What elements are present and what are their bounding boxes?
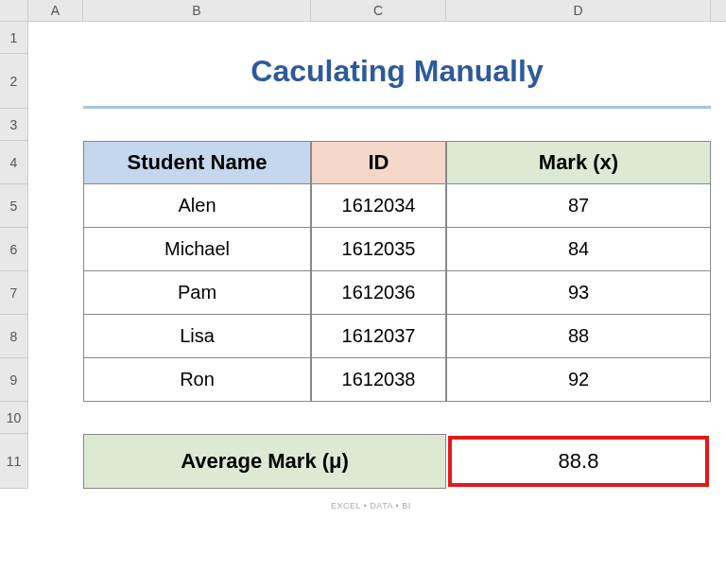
row-header-5[interactable]: 5: [0, 184, 28, 228]
cell-A3[interactable]: [28, 109, 83, 141]
row-header-11[interactable]: 11: [0, 434, 28, 489]
cell-A7[interactable]: [28, 271, 83, 315]
table-row[interactable]: 88: [446, 315, 711, 358]
table-row[interactable]: 87: [446, 184, 711, 228]
average-value: 88.8: [448, 436, 709, 487]
watermark: EXCEL • DATA • BI: [331, 501, 411, 510]
table-header-mark[interactable]: Mark (x): [446, 141, 711, 184]
page-title: Caculating Manually: [83, 54, 711, 109]
average-value-cell[interactable]: 88.8: [446, 434, 711, 489]
cell-A2[interactable]: [28, 54, 83, 109]
table-row[interactable]: Michael: [83, 228, 311, 271]
table-row[interactable]: 84: [446, 228, 711, 271]
cell-A1[interactable]: [28, 22, 83, 54]
table-row[interactable]: 1612038: [311, 358, 446, 402]
table-header-id[interactable]: ID: [311, 141, 446, 184]
row-header-8[interactable]: 8: [0, 315, 28, 358]
table-row[interactable]: 93: [446, 271, 711, 315]
cell-C10[interactable]: [311, 402, 446, 434]
cell-A9[interactable]: [28, 358, 83, 402]
average-label[interactable]: Average Mark (μ): [83, 434, 446, 489]
table-row[interactable]: Pam: [83, 271, 311, 315]
row-header-10[interactable]: 10: [0, 402, 28, 434]
cell-A4[interactable]: [28, 141, 83, 184]
cell-D3[interactable]: [446, 109, 711, 141]
table-row[interactable]: 92: [446, 358, 711, 402]
cell-D10[interactable]: [446, 402, 711, 434]
cell-A6[interactable]: [28, 228, 83, 271]
table-row[interactable]: 1612035: [311, 228, 446, 271]
cell-B10[interactable]: [83, 402, 311, 434]
cell-B1[interactable]: [83, 22, 311, 54]
table-row[interactable]: Ron: [83, 358, 311, 402]
table-row[interactable]: Lisa: [83, 315, 311, 358]
cell-A10[interactable]: [28, 402, 83, 434]
cell-A5[interactable]: [28, 184, 83, 228]
cell-A8[interactable]: [28, 315, 83, 358]
table-row[interactable]: Alen: [83, 184, 311, 228]
col-header-C[interactable]: C: [311, 0, 446, 21]
col-header-A[interactable]: A: [28, 0, 83, 21]
table-row[interactable]: 1612037: [311, 315, 446, 358]
row-header-2[interactable]: 2: [0, 54, 28, 109]
cell-B3[interactable]: [83, 109, 311, 141]
row-header-7[interactable]: 7: [0, 271, 28, 315]
row-header-6[interactable]: 6: [0, 228, 28, 271]
row-header-9[interactable]: 9: [0, 358, 28, 402]
select-all-corner[interactable]: [0, 0, 28, 21]
cell-D1[interactable]: [446, 22, 711, 54]
col-header-D[interactable]: D: [446, 0, 711, 21]
column-headers: A B C D: [0, 0, 726, 22]
table-row[interactable]: 1612036: [311, 271, 446, 315]
row-header-3[interactable]: 3: [0, 109, 28, 141]
cell-C3[interactable]: [311, 109, 446, 141]
cell-A11[interactable]: [28, 434, 83, 489]
col-header-B[interactable]: B: [83, 0, 311, 21]
table-row[interactable]: 1612034: [311, 184, 446, 228]
row-header-1[interactable]: 1: [0, 22, 28, 54]
cell-C1[interactable]: [311, 22, 446, 54]
row-header-4[interactable]: 4: [0, 141, 28, 184]
table-header-name[interactable]: Student Name: [83, 141, 311, 184]
